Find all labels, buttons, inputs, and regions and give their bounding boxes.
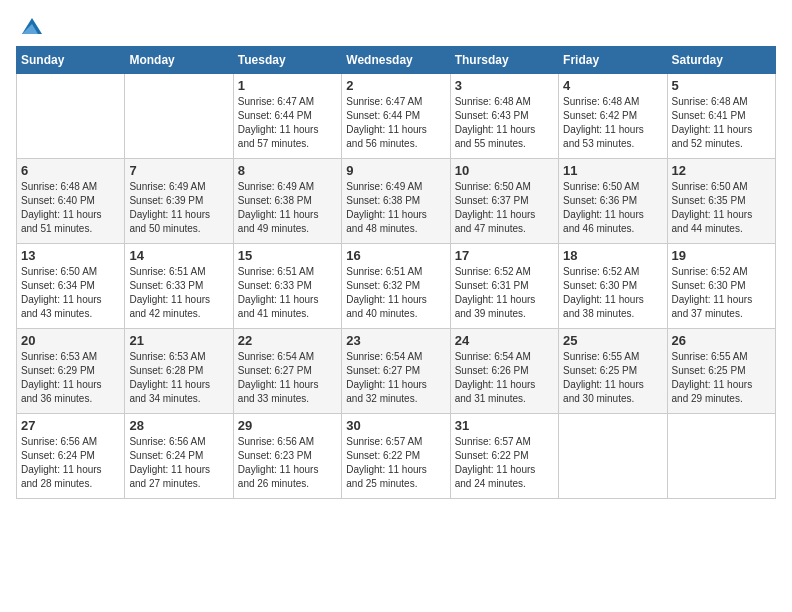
column-header-thursday: Thursday	[450, 47, 558, 74]
day-info: Sunrise: 6:54 AM Sunset: 6:27 PM Dayligh…	[346, 350, 445, 406]
day-number: 5	[672, 78, 771, 93]
column-header-friday: Friday	[559, 47, 667, 74]
calendar-cell: 7Sunrise: 6:49 AM Sunset: 6:39 PM Daylig…	[125, 159, 233, 244]
day-info: Sunrise: 6:56 AM Sunset: 6:23 PM Dayligh…	[238, 435, 337, 491]
column-header-saturday: Saturday	[667, 47, 775, 74]
day-number: 8	[238, 163, 337, 178]
day-number: 2	[346, 78, 445, 93]
day-info: Sunrise: 6:51 AM Sunset: 6:33 PM Dayligh…	[238, 265, 337, 321]
column-header-sunday: Sunday	[17, 47, 125, 74]
day-info: Sunrise: 6:52 AM Sunset: 6:31 PM Dayligh…	[455, 265, 554, 321]
day-number: 27	[21, 418, 120, 433]
day-number: 14	[129, 248, 228, 263]
day-number: 20	[21, 333, 120, 348]
calendar-cell: 28Sunrise: 6:56 AM Sunset: 6:24 PM Dayli…	[125, 414, 233, 499]
day-info: Sunrise: 6:50 AM Sunset: 6:36 PM Dayligh…	[563, 180, 662, 236]
calendar-cell: 27Sunrise: 6:56 AM Sunset: 6:24 PM Dayli…	[17, 414, 125, 499]
calendar-week-row: 1Sunrise: 6:47 AM Sunset: 6:44 PM Daylig…	[17, 74, 776, 159]
calendar-cell: 17Sunrise: 6:52 AM Sunset: 6:31 PM Dayli…	[450, 244, 558, 329]
calendar-cell: 14Sunrise: 6:51 AM Sunset: 6:33 PM Dayli…	[125, 244, 233, 329]
calendar-week-row: 27Sunrise: 6:56 AM Sunset: 6:24 PM Dayli…	[17, 414, 776, 499]
day-info: Sunrise: 6:50 AM Sunset: 6:34 PM Dayligh…	[21, 265, 120, 321]
column-header-monday: Monday	[125, 47, 233, 74]
calendar-cell: 16Sunrise: 6:51 AM Sunset: 6:32 PM Dayli…	[342, 244, 450, 329]
day-info: Sunrise: 6:49 AM Sunset: 6:38 PM Dayligh…	[346, 180, 445, 236]
day-info: Sunrise: 6:57 AM Sunset: 6:22 PM Dayligh…	[455, 435, 554, 491]
day-number: 12	[672, 163, 771, 178]
day-number: 3	[455, 78, 554, 93]
calendar-cell: 8Sunrise: 6:49 AM Sunset: 6:38 PM Daylig…	[233, 159, 341, 244]
day-number: 24	[455, 333, 554, 348]
calendar-cell: 31Sunrise: 6:57 AM Sunset: 6:22 PM Dayli…	[450, 414, 558, 499]
calendar-cell: 4Sunrise: 6:48 AM Sunset: 6:42 PM Daylig…	[559, 74, 667, 159]
day-number: 30	[346, 418, 445, 433]
day-info: Sunrise: 6:47 AM Sunset: 6:44 PM Dayligh…	[346, 95, 445, 151]
calendar-cell: 1Sunrise: 6:47 AM Sunset: 6:44 PM Daylig…	[233, 74, 341, 159]
day-info: Sunrise: 6:57 AM Sunset: 6:22 PM Dayligh…	[346, 435, 445, 491]
day-number: 22	[238, 333, 337, 348]
day-info: Sunrise: 6:47 AM Sunset: 6:44 PM Dayligh…	[238, 95, 337, 151]
day-info: Sunrise: 6:49 AM Sunset: 6:39 PM Dayligh…	[129, 180, 228, 236]
calendar-cell: 9Sunrise: 6:49 AM Sunset: 6:38 PM Daylig…	[342, 159, 450, 244]
day-info: Sunrise: 6:51 AM Sunset: 6:33 PM Dayligh…	[129, 265, 228, 321]
calendar-cell: 3Sunrise: 6:48 AM Sunset: 6:43 PM Daylig…	[450, 74, 558, 159]
day-info: Sunrise: 6:55 AM Sunset: 6:25 PM Dayligh…	[563, 350, 662, 406]
day-number: 10	[455, 163, 554, 178]
day-number: 21	[129, 333, 228, 348]
calendar-cell: 21Sunrise: 6:53 AM Sunset: 6:28 PM Dayli…	[125, 329, 233, 414]
calendar-cell: 5Sunrise: 6:48 AM Sunset: 6:41 PM Daylig…	[667, 74, 775, 159]
logo-icon	[18, 16, 42, 36]
day-info: Sunrise: 6:51 AM Sunset: 6:32 PM Dayligh…	[346, 265, 445, 321]
calendar-cell: 12Sunrise: 6:50 AM Sunset: 6:35 PM Dayli…	[667, 159, 775, 244]
calendar-cell: 6Sunrise: 6:48 AM Sunset: 6:40 PM Daylig…	[17, 159, 125, 244]
day-number: 26	[672, 333, 771, 348]
day-number: 15	[238, 248, 337, 263]
day-info: Sunrise: 6:48 AM Sunset: 6:43 PM Dayligh…	[455, 95, 554, 151]
day-number: 17	[455, 248, 554, 263]
day-info: Sunrise: 6:54 AM Sunset: 6:27 PM Dayligh…	[238, 350, 337, 406]
calendar-cell: 26Sunrise: 6:55 AM Sunset: 6:25 PM Dayli…	[667, 329, 775, 414]
calendar-cell	[559, 414, 667, 499]
calendar-header-row: SundayMondayTuesdayWednesdayThursdayFrid…	[17, 47, 776, 74]
calendar-week-row: 13Sunrise: 6:50 AM Sunset: 6:34 PM Dayli…	[17, 244, 776, 329]
calendar-cell	[667, 414, 775, 499]
day-number: 28	[129, 418, 228, 433]
day-info: Sunrise: 6:56 AM Sunset: 6:24 PM Dayligh…	[129, 435, 228, 491]
day-info: Sunrise: 6:50 AM Sunset: 6:35 PM Dayligh…	[672, 180, 771, 236]
day-number: 4	[563, 78, 662, 93]
page-header	[16, 16, 776, 36]
day-info: Sunrise: 6:56 AM Sunset: 6:24 PM Dayligh…	[21, 435, 120, 491]
day-info: Sunrise: 6:53 AM Sunset: 6:28 PM Dayligh…	[129, 350, 228, 406]
day-info: Sunrise: 6:55 AM Sunset: 6:25 PM Dayligh…	[672, 350, 771, 406]
day-number: 19	[672, 248, 771, 263]
calendar-week-row: 20Sunrise: 6:53 AM Sunset: 6:29 PM Dayli…	[17, 329, 776, 414]
day-info: Sunrise: 6:49 AM Sunset: 6:38 PM Dayligh…	[238, 180, 337, 236]
day-number: 31	[455, 418, 554, 433]
day-info: Sunrise: 6:54 AM Sunset: 6:26 PM Dayligh…	[455, 350, 554, 406]
calendar-cell: 18Sunrise: 6:52 AM Sunset: 6:30 PM Dayli…	[559, 244, 667, 329]
calendar-cell: 23Sunrise: 6:54 AM Sunset: 6:27 PM Dayli…	[342, 329, 450, 414]
logo	[16, 16, 42, 36]
calendar-cell: 22Sunrise: 6:54 AM Sunset: 6:27 PM Dayli…	[233, 329, 341, 414]
day-info: Sunrise: 6:52 AM Sunset: 6:30 PM Dayligh…	[672, 265, 771, 321]
column-header-wednesday: Wednesday	[342, 47, 450, 74]
day-number: 16	[346, 248, 445, 263]
calendar-cell: 20Sunrise: 6:53 AM Sunset: 6:29 PM Dayli…	[17, 329, 125, 414]
calendar-cell: 19Sunrise: 6:52 AM Sunset: 6:30 PM Dayli…	[667, 244, 775, 329]
calendar-cell: 30Sunrise: 6:57 AM Sunset: 6:22 PM Dayli…	[342, 414, 450, 499]
calendar-cell: 25Sunrise: 6:55 AM Sunset: 6:25 PM Dayli…	[559, 329, 667, 414]
day-info: Sunrise: 6:48 AM Sunset: 6:41 PM Dayligh…	[672, 95, 771, 151]
day-number: 13	[21, 248, 120, 263]
calendar-cell: 15Sunrise: 6:51 AM Sunset: 6:33 PM Dayli…	[233, 244, 341, 329]
day-info: Sunrise: 6:53 AM Sunset: 6:29 PM Dayligh…	[21, 350, 120, 406]
day-number: 25	[563, 333, 662, 348]
calendar-cell: 11Sunrise: 6:50 AM Sunset: 6:36 PM Dayli…	[559, 159, 667, 244]
calendar-table: SundayMondayTuesdayWednesdayThursdayFrid…	[16, 46, 776, 499]
day-number: 1	[238, 78, 337, 93]
day-info: Sunrise: 6:48 AM Sunset: 6:42 PM Dayligh…	[563, 95, 662, 151]
day-number: 23	[346, 333, 445, 348]
calendar-cell	[125, 74, 233, 159]
calendar-cell	[17, 74, 125, 159]
calendar-cell: 10Sunrise: 6:50 AM Sunset: 6:37 PM Dayli…	[450, 159, 558, 244]
day-number: 7	[129, 163, 228, 178]
